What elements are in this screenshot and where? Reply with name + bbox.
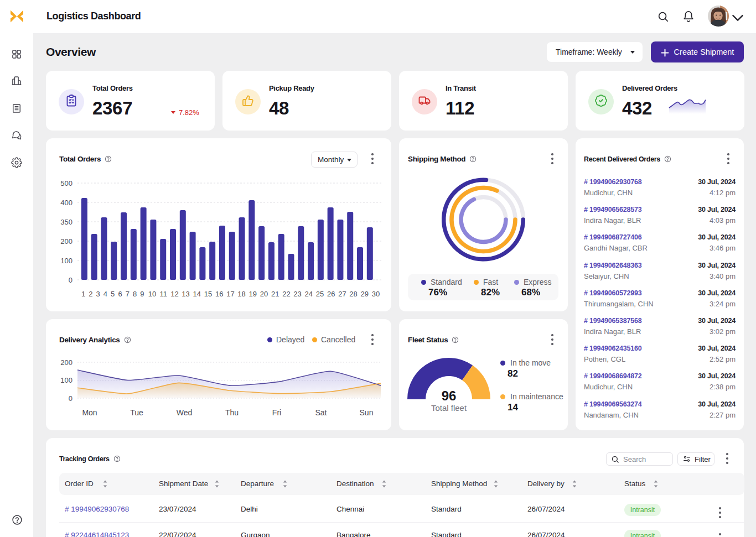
svg-text:27: 27: [338, 290, 346, 298]
svg-text:17: 17: [226, 290, 234, 298]
svg-text:200: 200: [60, 358, 73, 367]
svg-text:4: 4: [103, 290, 107, 298]
svg-text:2: 2: [89, 290, 92, 298]
svg-text:14: 14: [193, 290, 201, 298]
svg-text:0: 0: [69, 394, 73, 403]
svg-text:13: 13: [182, 290, 189, 298]
svg-text:200: 200: [60, 237, 73, 246]
svg-text:100: 100: [60, 257, 73, 265]
svg-text:5: 5: [111, 290, 115, 298]
svg-text:Mon: Mon: [82, 408, 97, 417]
svg-text:12: 12: [170, 290, 178, 298]
svg-text:11: 11: [159, 290, 167, 298]
svg-text:500: 500: [60, 179, 73, 187]
svg-text:Sat: Sat: [315, 408, 327, 417]
svg-text:28: 28: [349, 290, 357, 298]
svg-text:6: 6: [118, 290, 122, 298]
svg-text:Sun: Sun: [360, 408, 374, 417]
svg-text:10: 10: [148, 290, 156, 298]
svg-text:8: 8: [133, 290, 137, 298]
svg-text:20: 20: [260, 290, 268, 298]
svg-text:15: 15: [204, 290, 212, 298]
svg-text:100: 100: [60, 376, 73, 384]
svg-text:Fri: Fri: [272, 408, 281, 417]
svg-text:24: 24: [305, 290, 313, 298]
svg-text:Thu: Thu: [225, 408, 239, 417]
svg-text:3: 3: [96, 290, 100, 298]
svg-text:30: 30: [372, 290, 380, 298]
svg-text:25: 25: [316, 290, 324, 298]
svg-text:0: 0: [69, 276, 73, 284]
svg-text:23: 23: [293, 290, 301, 298]
svg-text:19: 19: [249, 290, 257, 298]
svg-text:9: 9: [140, 290, 144, 298]
svg-text:400: 400: [60, 199, 73, 207]
svg-text:18: 18: [237, 290, 245, 298]
svg-text:7: 7: [126, 290, 130, 298]
svg-text:Wed: Wed: [177, 408, 193, 417]
svg-text:350: 350: [60, 218, 73, 226]
svg-text:26: 26: [327, 290, 335, 298]
svg-text:Tue: Tue: [130, 408, 143, 417]
svg-text:21: 21: [271, 290, 279, 298]
svg-text:1: 1: [81, 290, 85, 298]
svg-text:29: 29: [361, 290, 369, 298]
svg-text:16: 16: [215, 290, 223, 298]
svg-text:22: 22: [282, 290, 290, 298]
